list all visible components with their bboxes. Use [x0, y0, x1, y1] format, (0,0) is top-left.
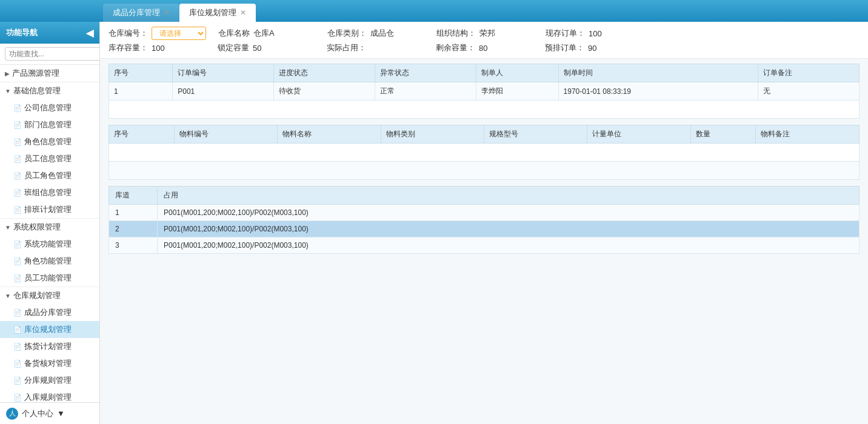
sidebar-item-team-label: 班组信息管理 [24, 187, 72, 198]
sidebar-item-picking-plan[interactable]: 📄 拣货计划管理 [0, 338, 99, 355]
sidebar-item-shift-label: 排班计划管理 [24, 204, 72, 215]
sidebar-group-basic-info-header[interactable]: ▼ 基础信息管理 [0, 82, 99, 99]
sidebar-group-product-source-header[interactable]: ▶ 产品溯源管理 [0, 65, 99, 82]
loc-usage-3: P001(M001,200;M002,100)/P002(M003,100) [158, 237, 860, 254]
capacity-field: 库存容量： 100 [109, 42, 205, 53]
sidebar-item-picking-plan-label: 拣货计划管理 [24, 341, 72, 352]
sidebar-item-employee-role-label: 员工角色管理 [24, 170, 72, 181]
material-table-body [109, 144, 860, 180]
material-table-header: 序号 物料编号 物料名称 物料类别 规格型号 计量单位 数量 物料备注 [109, 125, 860, 144]
mat-col-remark: 物料备注 [756, 125, 860, 144]
sidebar-group-warehouse-mgmt-header[interactable]: ▼ 仓库规划管理 [0, 287, 99, 304]
mat-col-type: 物料类别 [381, 125, 484, 144]
doc-icon: 📄 [13, 121, 22, 129]
sidebar-item-emp-func[interactable]: 📄 员工功能管理 [0, 270, 99, 287]
sidebar-item-emp-func-label: 员工功能管理 [24, 273, 72, 283]
table-row[interactable]: 2 P001(M001,200;M002,100)/P002(M003,100) [109, 221, 860, 237]
loc-lane-3: 3 [109, 237, 158, 254]
location-table-header: 库道 占用 [109, 187, 860, 205]
capacity-label: 库存容量： [109, 42, 148, 53]
loc-col-usage: 占用 [158, 187, 860, 205]
sidebar-collapse-btn[interactable]: ◀ [86, 27, 93, 39]
mat-col-name: 物料名称 [278, 125, 381, 144]
tab-location-plan-close[interactable]: ✕ [240, 8, 246, 17]
sidebar-item-employee-label: 员工信息管理 [24, 153, 72, 164]
current-order-value: 100 [589, 29, 602, 38]
doc-icon: 📄 [13, 394, 22, 402]
arrow-icon: ▼ [5, 88, 11, 94]
col-create-time: 制单时间 [558, 64, 758, 82]
sidebar-header: 功能导航 ◀ [0, 22, 99, 44]
sidebar-item-role-info[interactable]: 📄 角色信息管理 [0, 133, 99, 150]
sidebar-item-stock-check[interactable]: 📄 备货核对管理 [0, 355, 99, 372]
sidebar-search-input[interactable] [5, 47, 100, 61]
sidebar-item-team[interactable]: 📄 班组信息管理 [0, 184, 99, 201]
sidebar-item-dept[interactable]: 📄 部门信息管理 [0, 116, 99, 133]
mat-col-unit: 计量单位 [587, 125, 690, 144]
sidebar-group-basic-info: ▼ 基础信息管理 📄 公司信息管理 📄 部门信息管理 📄 角色信息管理 📄 [0, 82, 99, 219]
locked-field: 锁定容量 50 [218, 42, 315, 53]
main-layout: 功能导航 ◀ ✕ ▶ 产品溯源管理 ▼ 基础信息管理 📄 [0, 22, 868, 424]
tab-location-plan[interactable]: 库位规划管理 ✕ [179, 4, 256, 22]
doc-icon: 📄 [13, 206, 22, 214]
sidebar-item-sys-func[interactable]: 📄 系统功能管理 [0, 236, 99, 253]
cell-order-no: P001 [173, 82, 274, 101]
sidebar-title: 功能导航 [6, 27, 38, 38]
col-seq: 序号 [109, 64, 173, 82]
table-row[interactable]: 1 P001(M001,200;M002,100)/P002(M003,100) [109, 205, 860, 221]
tab-finished-warehouse-close[interactable]: ✕ [164, 8, 170, 17]
cell-progress: 待收货 [274, 82, 375, 101]
warehouse-name-value: 仓库A [253, 28, 275, 39]
sidebar-item-inbound-rule[interactable]: 📄 入库规则管理 [0, 389, 99, 402]
cell-remark: 无 [758, 82, 860, 101]
doc-icon: 📄 [13, 360, 22, 368]
sidebar-item-sub-warehouse[interactable]: 📄 分库规则管理 [0, 372, 99, 389]
table-row[interactable]: 3 P001(M001,200;M002,100)/P002(M003,100) [109, 237, 860, 254]
sidebar-item-finished-warehouse[interactable]: 📄 成品分库管理 [0, 304, 99, 321]
sidebar-item-location-plan[interactable]: 📄 库位规划管理 [0, 321, 99, 338]
sidebar-item-company[interactable]: 📄 公司信息管理 [0, 99, 99, 116]
sidebar-item-employee-role[interactable]: 📄 员工角色管理 [0, 167, 99, 184]
loc-lane-1: 1 [109, 205, 158, 221]
mat-col-spec: 规格型号 [484, 125, 587, 144]
location-table-header-row: 库道 占用 [109, 187, 860, 205]
warehouse-type-value: 成品仓 [370, 28, 394, 39]
warehouse-number-select[interactable]: 请选择 [152, 27, 206, 40]
material-table-empty-row2 [109, 162, 860, 180]
mat-col-qty: 数量 [690, 125, 756, 144]
sidebar-group-sys-auth-label: 系统权限管理 [13, 222, 61, 233]
table-row[interactable]: 1 P001 待收货 正常 李烨阳 1970-01-01 08:33:19 无 [109, 82, 860, 101]
col-exception: 异常状态 [375, 64, 476, 82]
sidebar-item-shift[interactable]: 📄 排班计划管理 [0, 201, 99, 218]
sidebar-group-warehouse-mgmt-label: 仓库规划管理 [13, 290, 61, 301]
order-table-header: 序号 订单编号 进度状态 异常状态 制单人 制单时间 订单备注 [109, 64, 860, 82]
locked-value: 50 [253, 44, 261, 53]
warehouse-type-field: 仓库类别： 成品仓 [327, 28, 424, 39]
warehouse-name-field: 仓库名称 仓库A [218, 28, 315, 39]
sidebar-item-role-func-label: 角色功能管理 [24, 256, 72, 267]
arrow-icon: ▶ [5, 70, 10, 77]
user-center-label: 个人中心 [22, 408, 53, 419]
sidebar-group-warehouse-mgmt: ▼ 仓库规划管理 📄 成品分库管理 📄 库位规划管理 📄 拣货计划管理 📄 [0, 287, 99, 402]
col-remark: 订单备注 [758, 64, 860, 82]
loc-lane-2: 2 [109, 221, 158, 237]
doc-icon: 📄 [13, 138, 22, 146]
sidebar-item-employee[interactable]: 📄 员工信息管理 [0, 150, 99, 167]
top-tabbar: 成品分库管理 ✕ 库位规划管理 ✕ [0, 0, 868, 22]
sidebar-group-basic-info-label: 基础信息管理 [13, 85, 61, 96]
doc-icon: 📄 [13, 189, 22, 197]
doc-icon: 📄 [13, 155, 22, 163]
location-table-body: 1 P001(M001,200;M002,100)/P002(M003,100)… [109, 205, 860, 254]
sidebar-item-role-func[interactable]: 📄 角色功能管理 [0, 253, 99, 270]
sidebar-group-sys-auth-header[interactable]: ▼ 系统权限管理 [0, 219, 99, 236]
location-table: 库道 占用 1 P001(M001,200;M002,100)/P002(M00… [109, 186, 860, 254]
pre-order-label: 预排订单： [545, 42, 584, 53]
remaining-label: 剩余容量： [436, 42, 475, 53]
mat-col-no: 物料编号 [174, 125, 277, 144]
locked-label: 锁定容量 [218, 42, 249, 53]
col-creator: 制单人 [476, 64, 558, 82]
sidebar-footer[interactable]: 人 个人中心 ▼ [0, 402, 99, 424]
cell-seq: 1 [109, 82, 173, 101]
tab-finished-warehouse[interactable]: 成品分库管理 ✕ [103, 4, 179, 22]
doc-icon: 📄 [13, 104, 22, 112]
